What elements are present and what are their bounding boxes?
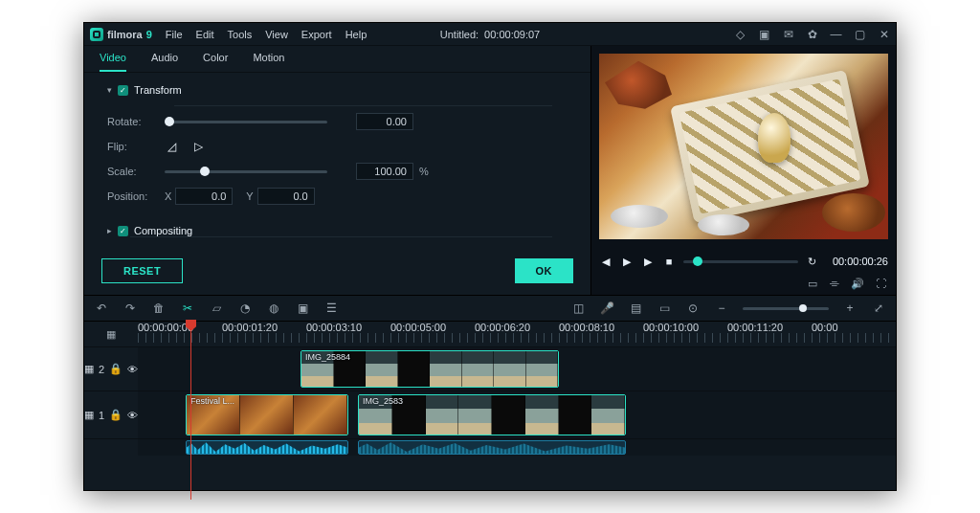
prev-frame-icon[interactable]: ◀ <box>599 255 612 268</box>
ruler-label: 00:00:10:00 <box>643 322 727 333</box>
tab-audio[interactable]: Audio <box>151 52 178 72</box>
clip-img25884[interactable]: IMG_25884 <box>301 350 559 388</box>
compositing-checkbox[interactable]: ✓ <box>118 226 128 236</box>
flip-label: Flip: <box>107 141 165 152</box>
clip-label: Festival L... <box>190 396 234 406</box>
tab-color[interactable]: Color <box>203 52 228 72</box>
track-type-icon: ▦ <box>84 409 94 421</box>
position-y-value[interactable]: 0.0 <box>257 188 315 205</box>
menu-export[interactable]: Export <box>301 29 332 40</box>
zoom-in-icon[interactable]: + <box>842 301 858 315</box>
tab-motion[interactable]: Motion <box>253 52 284 72</box>
lock-icon[interactable]: 🔒 <box>109 409 122 421</box>
ok-button[interactable]: OK <box>515 258 574 283</box>
delete-icon[interactable]: 🗑 <box>151 301 167 315</box>
preview-timecode: 00:00:00:26 <box>833 256 888 267</box>
zoom-fit-icon[interactable]: ⤢ <box>871 301 886 315</box>
flip-horizontal-icon[interactable]: ◿ <box>165 140 178 153</box>
menu-help[interactable]: Help <box>345 29 368 40</box>
zoom-out-icon[interactable]: − <box>714 301 729 315</box>
ruler-label: 00:00:03:10 <box>306 322 390 333</box>
crop-icon[interactable]: ▱ <box>209 301 224 315</box>
eye-icon[interactable]: 👁 <box>127 364 138 375</box>
quality-icon[interactable]: ▭ <box>808 278 817 290</box>
inspector-panel: Video Audio Color Motion ▾ ✓ Transform R… <box>84 46 591 295</box>
menu-view[interactable]: View <box>265 29 288 40</box>
transform-checkbox[interactable]: ✓ <box>118 85 128 96</box>
greenscreen-icon[interactable]: ▣ <box>295 301 310 315</box>
menu-bar: File Edit Tools View Export Help <box>166 29 367 40</box>
snap-icon[interactable]: ⊙ <box>685 301 701 315</box>
play-icon[interactable]: ▶ <box>620 255 634 268</box>
marker-icon[interactable]: ◫ <box>570 301 586 315</box>
loop-icon[interactable]: ↻ <box>806 255 819 268</box>
activity-icon[interactable]: ▣ <box>758 28 770 40</box>
lock-icon[interactable]: 🔒 <box>109 363 122 375</box>
track-type-icon: ▦ <box>84 363 94 375</box>
menu-file[interactable]: File <box>166 29 183 40</box>
preview-viewport[interactable] <box>599 54 888 239</box>
compositing-section-head[interactable]: ▸ ✓ Compositing <box>107 225 568 236</box>
reset-button[interactable]: RESET <box>101 258 183 283</box>
time-ruler[interactable]: 00:00:00:00 00:00:01:20 00:00:03:10 00:0… <box>138 322 896 346</box>
account-icon[interactable]: ◇ <box>734 28 746 40</box>
play2-icon[interactable]: ▶ <box>641 255 655 268</box>
brand: filmora9 <box>90 28 152 41</box>
message-icon[interactable]: ✉ <box>782 28 794 40</box>
playbar: ◀ ▶ ▶ ■ ↻ 00:00:00:26 <box>591 247 896 276</box>
split-icon[interactable]: ✂ <box>180 301 195 315</box>
audio-clip-img2583[interactable] <box>358 440 626 455</box>
playhead[interactable] <box>190 322 191 500</box>
window-title: Untitled: 00:00:09:07 <box>440 29 540 40</box>
record-icon[interactable]: 🎤 <box>599 301 614 315</box>
rotate-value[interactable]: 0.00 <box>356 113 413 130</box>
zoom-slider[interactable] <box>743 307 829 310</box>
logo-icon <box>90 28 103 41</box>
eye-icon[interactable]: 👁 <box>127 410 138 421</box>
redo-icon[interactable]: ↷ <box>122 301 138 315</box>
render-icon[interactable]: ▭ <box>657 301 672 315</box>
fullscreen-icon[interactable]: ⛶ <box>876 278 886 289</box>
adjust-icon[interactable]: ☰ <box>323 301 339 315</box>
inspector-tabs: Video Audio Color Motion <box>84 46 590 73</box>
menu-tools[interactable]: Tools <box>228 29 253 40</box>
flip-vertical-icon[interactable]: ▷ <box>191 140 205 153</box>
scale-slider[interactable] <box>165 170 327 173</box>
menu-edit[interactable]: Edit <box>196 29 214 40</box>
snapshot-icon[interactable]: ⌯ <box>829 278 839 289</box>
track-1-head[interactable]: ▦ 1 🔒 👁 <box>84 391 138 438</box>
track-2-head[interactable]: ▦ 2 🔒 👁 <box>84 347 138 390</box>
clip-img2583[interactable]: IMG_2583 <box>358 394 626 435</box>
chevron-right-icon[interactable]: ▸ <box>107 226 112 235</box>
position-x-label: X <box>165 190 171 202</box>
rotate-label: Rotate: <box>107 116 165 127</box>
close-icon[interactable]: ✕ <box>878 28 890 40</box>
stop-icon[interactable]: ■ <box>662 255 676 268</box>
position-x-value[interactable]: 0.0 <box>175 188 233 205</box>
track-1-audio <box>84 438 896 456</box>
clip-label: IMG_25884 <box>305 352 350 362</box>
chevron-down-icon[interactable]: ▾ <box>107 85 112 95</box>
minimize-icon[interactable]: — <box>830 28 842 40</box>
seek-slider[interactable] <box>683 260 798 263</box>
tracks-manage-icon[interactable]: ▦ <box>84 322 138 346</box>
ruler-label: 00:00:00:00 <box>138 322 222 333</box>
color-icon[interactable]: ◍ <box>266 301 281 315</box>
rotate-slider[interactable] <box>165 121 327 123</box>
undo-icon[interactable]: ↶ <box>94 301 109 315</box>
track-2: ▦ 2 🔒 👁 IMG_25884 <box>84 346 896 390</box>
volume-icon[interactable]: 🔊 <box>851 278 864 290</box>
brand-name: filmora <box>107 29 143 40</box>
maximize-icon[interactable]: ▢ <box>854 28 866 40</box>
position-label: Position: <box>107 190 165 202</box>
mixer-icon[interactable]: ▤ <box>628 301 643 315</box>
clip-festival[interactable]: Festival L... <box>186 394 348 435</box>
tab-video[interactable]: Video <box>100 52 126 72</box>
scale-value[interactable]: 100.00 <box>356 163 413 180</box>
preview-panel: ◀ ▶ ▶ ■ ↻ 00:00:00:26 ▭ ⌯ 🔊 ⛶ <box>591 46 896 295</box>
speed-icon[interactable]: ◔ <box>237 301 253 315</box>
notify-icon[interactable]: ✿ <box>806 28 818 40</box>
audio-clip-festival[interactable] <box>186 440 348 455</box>
project-time: 00:00:09:07 <box>484 29 540 40</box>
transform-section-head[interactable]: ▾ ✓ Transform <box>107 84 568 96</box>
